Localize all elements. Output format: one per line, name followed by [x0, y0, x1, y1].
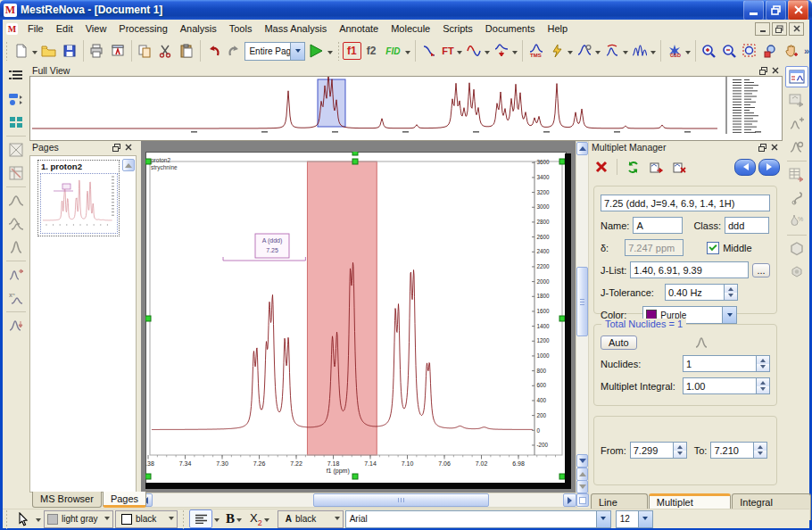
document-page[interactable]: 3600340032003000280026002400220020001800…: [145, 152, 571, 489]
multiplet-analysis-dropdown[interactable]: [650, 51, 656, 57]
page-down-button[interactable]: [576, 480, 588, 493]
tab-pages[interactable]: Pages: [103, 492, 146, 508]
pages-header[interactable]: Pages: [29, 141, 136, 153]
save-button[interactable]: [60, 39, 79, 62]
mm-float-button[interactable]: [757, 142, 767, 153]
pages-list[interactable]: 1. proton2: [29, 155, 137, 493]
multiplet-integral-spinner[interactable]: 1.00: [683, 377, 770, 394]
subscript-button[interactable]: X2: [250, 511, 262, 527]
btoolbar-grip-2[interactable]: [182, 509, 185, 529]
integration-button[interactable]: [602, 39, 622, 62]
redo-button[interactable]: [224, 39, 244, 62]
tab-ms-browser[interactable]: MS Browser: [32, 492, 102, 508]
menu-item-analysis[interactable]: Analysis: [174, 21, 223, 36]
menu-item-tools[interactable]: Tools: [223, 21, 259, 36]
molecule-view-button[interactable]: [786, 262, 808, 282]
to-spinner[interactable]: 7.210: [710, 442, 767, 459]
menu-item-view[interactable]: View: [79, 21, 113, 36]
menu-item-edit[interactable]: Edit: [50, 21, 79, 36]
full-view-float-button[interactable]: [758, 65, 768, 76]
menu-item-mass-analysis[interactable]: Mass Analysis: [258, 21, 333, 36]
gsd-button[interactable]: GSD: [665, 39, 684, 62]
font-color-combo[interactable]: A black: [278, 510, 344, 528]
zoom-out-button[interactable]: [720, 39, 740, 62]
maximize-restore-button[interactable]: [766, 0, 786, 21]
molecule-hexagon-button[interactable]: [786, 239, 808, 259]
alignment-button[interactable]: [189, 509, 212, 528]
scroll-corner-button[interactable]: [576, 493, 589, 507]
page-thumbnail-item[interactable]: 1. proton2: [37, 160, 120, 236]
class-field[interactable]: ddd: [725, 217, 769, 234]
child-close-button[interactable]: [789, 22, 804, 36]
pan-button[interactable]: [782, 39, 801, 62]
font-family-combo[interactable]: Arial: [345, 510, 611, 528]
zoom-in-button[interactable]: [700, 39, 719, 62]
page-up-button[interactable]: [576, 468, 588, 481]
zoom-level-combo[interactable]: Entire Page: [244, 42, 305, 61]
full-view-close-button[interactable]: [770, 65, 781, 76]
align-spectra-tool-button[interactable]: [5, 265, 27, 285]
multiplet-manager-header[interactable]: Multiplet Manager: [589, 141, 782, 153]
remove-report-button[interactable]: [668, 157, 690, 177]
auto-button[interactable]: Auto: [601, 335, 637, 350]
report-view-button[interactable]: [785, 66, 808, 87]
full-view-header[interactable]: Full View: [29, 64, 783, 77]
vscroll-up-button[interactable]: [576, 142, 588, 155]
predict-button[interactable]: %: [786, 211, 808, 231]
btoolbar-grip[interactable]: [5, 509, 8, 529]
name-field[interactable]: A: [633, 217, 683, 234]
new-document-button[interactable]: [12, 39, 31, 62]
font-size-combo[interactable]: 12: [616, 510, 653, 528]
document-area[interactable]: 3600340032003000280026002400220020001800…: [141, 141, 576, 493]
baseline-dropdown[interactable]: [512, 51, 518, 57]
integration-dropdown[interactable]: [623, 51, 628, 57]
reference-tms-button[interactable]: TMS: [526, 39, 546, 62]
print-button[interactable]: [87, 39, 106, 62]
fill-color-combo[interactable]: light gray: [44, 510, 113, 528]
add-peaks-button[interactable]: [786, 114, 808, 134]
hscroll-thumb[interactable]: [313, 493, 489, 507]
open-button[interactable]: [39, 39, 59, 62]
vscroll-thumb[interactable]: [576, 267, 588, 336]
menu-item-help[interactable]: Help: [541, 21, 574, 36]
report-multiplets-button[interactable]: [645, 157, 667, 177]
menu-item-scripts[interactable]: Scripts: [436, 21, 479, 36]
layout-tool-button[interactable]: [5, 89, 27, 109]
export-spectra-button[interactable]: [786, 91, 808, 111]
crosshair-cursor-button[interactable]: [761, 39, 781, 62]
j-coupling-button[interactable]: [786, 188, 808, 208]
cutoff-tool-button[interactable]: [5, 140, 27, 160]
print-preview-pdf-button[interactable]: [108, 39, 128, 62]
ft-dropdown[interactable]: [457, 51, 462, 57]
single-peak-tool-button[interactable]: [5, 237, 27, 257]
reference-button[interactable]: [547, 39, 567, 62]
f1-button[interactable]: f1: [343, 42, 361, 60]
menu-item-file[interactable]: File: [21, 21, 50, 36]
fid-dropdown[interactable]: [405, 51, 410, 57]
ft-button[interactable]: FT: [440, 45, 455, 57]
paste-button[interactable]: [176, 39, 195, 62]
minimize-button[interactable]: [743, 0, 764, 21]
main-spectrum-svg[interactable]: 3600340032003000280026002400220020001800…: [145, 152, 565, 483]
jlist-field[interactable]: 1.40, 6.91, 9.39: [630, 261, 749, 278]
zoom-level-combo-arrow[interactable]: [290, 43, 304, 60]
vscroll-down-button[interactable]: [576, 454, 588, 468]
middle-checkbox[interactable]: [707, 242, 719, 254]
pointer-tool-dropdown[interactable]: [36, 518, 41, 525]
toolbar-grip-2[interactable]: [337, 41, 340, 61]
refresh-multiplets-button[interactable]: [622, 157, 643, 177]
peak-picking-dropdown[interactable]: [595, 51, 601, 57]
baseline-correction-button[interactable]: [492, 39, 511, 62]
child-minimize-button[interactable]: [755, 22, 770, 36]
pages-close-button[interactable]: [123, 142, 134, 153]
phase-dropdown[interactable]: [485, 51, 490, 57]
pages-scroll-up-button[interactable]: [122, 159, 135, 171]
peak-wizard-button[interactable]: [786, 137, 808, 157]
alignment-dropdown[interactable]: [214, 518, 220, 525]
phase-correction-button[interactable]: [464, 39, 484, 62]
document-vscrollbar[interactable]: [576, 141, 589, 495]
copy-button[interactable]: [135, 39, 154, 62]
stacked-tool-button[interactable]: [5, 214, 27, 234]
undo-button[interactable]: [203, 39, 223, 62]
reduce-tool-button[interactable]: [5, 316, 27, 335]
